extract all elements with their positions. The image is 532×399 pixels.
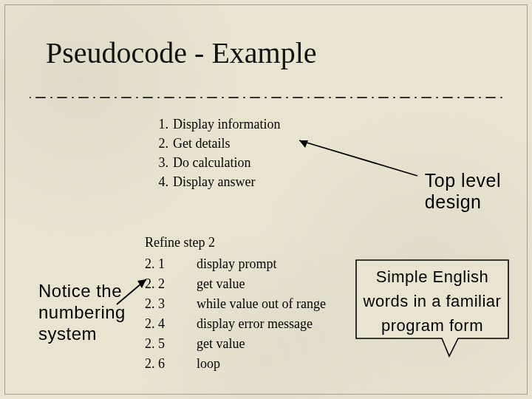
callout-line: program form: [359, 313, 505, 338]
list-item: 4.Display answer: [148, 172, 280, 191]
label-text: numbering: [38, 302, 126, 324]
list-text: Display answer: [173, 174, 255, 189]
list-item: 3.Do calculation: [148, 153, 280, 172]
list-number: 2. 4: [145, 314, 197, 334]
list-number: 2. 3: [145, 294, 197, 314]
arrow-toplevel: [292, 133, 425, 185]
list-text: while value out of range: [197, 296, 326, 311]
list-item: 2. 2get value: [145, 274, 326, 294]
list-number: 2. 5: [145, 334, 197, 354]
refine-heading: Refine step 2: [145, 233, 326, 253]
list-item: 2. 6loop: [145, 354, 326, 374]
list-item: 2.Get details: [148, 134, 280, 153]
label-text: system: [38, 324, 126, 345]
label-top-level-design: Top level design: [425, 170, 501, 213]
list-item: 2. 5get value: [145, 334, 326, 354]
list-text: loop: [197, 356, 220, 371]
slide-title: Pseudocode - Example: [46, 35, 317, 70]
label-notice-numbering: Notice the numbering system: [38, 281, 126, 344]
label-text: Notice the: [38, 281, 126, 302]
callout-line: Simple English: [359, 265, 505, 289]
top-level-list: 1.Display information 2.Get details 3.Do…: [148, 115, 280, 191]
list-text: Display information: [173, 117, 280, 132]
list-text: Do calculation: [173, 155, 250, 170]
list-text: get value: [197, 336, 245, 351]
list-item: 1.Display information: [148, 115, 280, 134]
list-item: 2. 4display error message: [145, 314, 326, 334]
svg-marker-4: [137, 279, 146, 288]
list-item: 2. 3while value out of range: [145, 294, 326, 314]
list-number: 2. 6: [145, 354, 197, 374]
list-text: Get details: [173, 136, 230, 151]
list-text: display error message: [197, 316, 313, 331]
list-text: get value: [197, 276, 245, 291]
slide: Pseudocode - Example 1.Display informati…: [0, 0, 532, 399]
list-number: 2.: [148, 134, 173, 153]
callout-line: words in a familiar: [359, 289, 505, 313]
list-number: 3.: [148, 153, 173, 172]
list-item: 2. 1display prompt: [145, 254, 326, 274]
list-number: 2. 2: [145, 274, 197, 294]
list-number: 2. 1: [145, 254, 197, 274]
callout-text: Simple English words in a familiar progr…: [359, 265, 505, 338]
list-number: 1.: [148, 115, 173, 134]
label-text: Top level: [425, 170, 501, 191]
list-text: display prompt: [197, 256, 277, 271]
list-number: 4.: [148, 172, 173, 191]
callout-simple-english: Simple English words in a familiar progr…: [355, 259, 510, 358]
refine-block: Refine step 2 2. 1display prompt 2. 2get…: [145, 233, 326, 374]
svg-marker-2: [299, 140, 308, 148]
svg-line-1: [299, 140, 417, 176]
label-text: design: [425, 191, 501, 213]
